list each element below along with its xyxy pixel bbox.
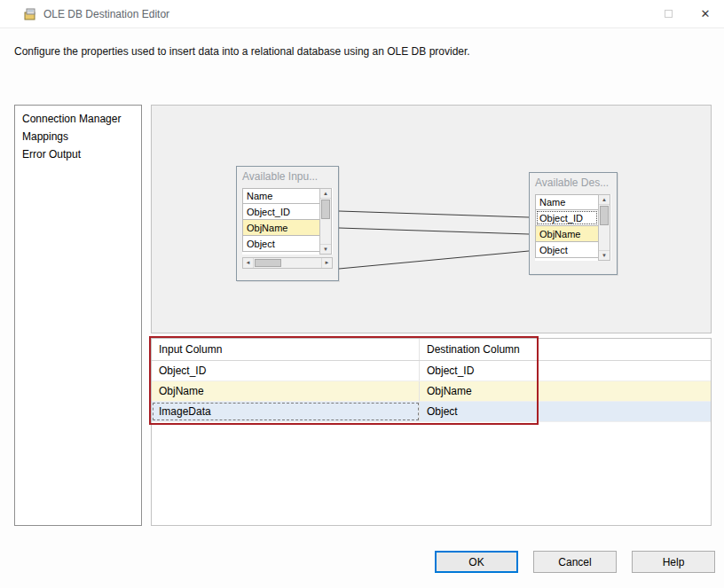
ok-button[interactable]: OK	[435, 551, 518, 573]
mapping-destination-cell[interactable]: Object_ID	[420, 361, 711, 380]
available-input-columns-box: Available Inpu... Name Object_ID ObjName…	[236, 166, 339, 281]
scroll-thumb[interactable]	[600, 206, 609, 225]
input-row-objname[interactable]: ObjName	[242, 219, 320, 236]
sidebar-item-error-output[interactable]: Error Output	[15, 145, 141, 163]
destination-vertical-scrollbar[interactable]: ▲ ▼	[598, 194, 610, 261]
title-bar: OLE DB Destination Editor ✕	[0, 0, 724, 28]
maximize-icon	[665, 10, 673, 18]
scroll-down-icon[interactable]: ▼	[599, 250, 610, 260]
scroll-thumb[interactable]	[321, 200, 330, 219]
window-title: OLE DB Destination Editor	[43, 8, 169, 20]
sidebar-item-connection-manager[interactable]: Connection Manager	[15, 110, 141, 128]
mapping-input-cell[interactable]: ImageData	[152, 402, 420, 421]
mapping-input-cell[interactable]: Object_ID	[152, 361, 420, 380]
available-inputs-title: Available Inpu...	[237, 167, 338, 186]
scroll-thumb[interactable]	[255, 259, 281, 267]
input-horizontal-scrollbar[interactable]: ◄ ►	[242, 257, 333, 269]
input-row-object-id[interactable]: Object_ID	[242, 203, 320, 220]
destination-name-column-header: Name	[535, 194, 599, 210]
sidebar-item-mappings[interactable]: Mappings	[15, 128, 141, 145]
destination-column-header: Destination Column	[420, 339, 711, 360]
scroll-left-icon[interactable]: ◄	[243, 258, 254, 268]
input-vertical-scrollbar[interactable]: ▲ ▼	[319, 188, 332, 255]
scroll-up-icon[interactable]: ▲	[320, 189, 331, 199]
destination-row-objname[interactable]: ObjName	[535, 225, 599, 242]
help-button[interactable]: Help	[632, 551, 715, 573]
mapping-row[interactable]: ObjName ObjName	[152, 381, 711, 402]
scroll-right-icon[interactable]: ►	[321, 258, 332, 268]
close-button[interactable]: ✕	[687, 0, 724, 28]
available-destination-columns-box: Available Des... Name Object_ID ObjName …	[529, 172, 618, 275]
app-icon	[23, 7, 37, 21]
close-icon: ✕	[701, 7, 711, 20]
cancel-button[interactable]: Cancel	[533, 551, 617, 573]
mapping-destination-cell[interactable]: Object	[420, 402, 711, 421]
input-row-object[interactable]: Object	[242, 235, 320, 252]
maximize-button	[649, 0, 687, 28]
mapping-destination-cell[interactable]: ObjName	[420, 381, 711, 401]
mapping-row[interactable]: Object_ID Object_ID	[152, 361, 711, 381]
input-name-column-header: Name	[242, 188, 320, 204]
scroll-up-icon[interactable]: ▲	[599, 195, 610, 205]
input-column-header: Input Column	[152, 339, 420, 360]
page-list: Connection Manager Mappings Error Output	[14, 105, 142, 526]
destination-row-object-id[interactable]: Object_ID	[535, 209, 599, 226]
mapping-designer-surface: Available Inpu... Name Object_ID ObjName…	[151, 105, 712, 333]
column-mapping-grid: Input Column Destination Column Object_I…	[151, 338, 712, 526]
mapping-input-cell[interactable]: ObjName	[152, 381, 420, 401]
destination-row-object[interactable]: Object	[535, 241, 599, 258]
scroll-down-icon[interactable]: ▼	[320, 244, 331, 254]
available-destinations-title: Available Des...	[530, 173, 617, 192]
mapping-row[interactable]: ImageData Object	[152, 402, 711, 422]
mapping-grid-header: Input Column Destination Column	[152, 339, 711, 361]
dialog-description: Configure the properties used to insert …	[14, 45, 689, 58]
